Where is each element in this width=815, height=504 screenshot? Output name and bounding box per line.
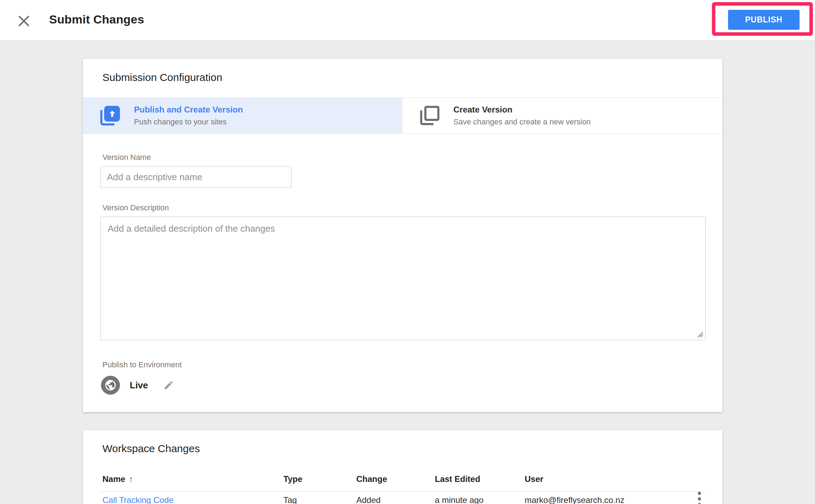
- page-title: Submit Changes: [49, 13, 144, 26]
- submission-configuration-card: Submission Configuration Publish and Cre…: [83, 59, 722, 412]
- option-subtitle: Push changes to your sites: [134, 117, 243, 127]
- textarea-resize-handle-icon[interactable]: [696, 330, 703, 339]
- column-header-last-edited[interactable]: Last Edited: [435, 474, 480, 484]
- column-header-change[interactable]: Change: [356, 474, 387, 484]
- row-name-link[interactable]: Call Tracking Code: [102, 495, 174, 504]
- workspace-changes-card: Workspace Changes Name↑ Type Change Last…: [83, 430, 722, 504]
- version-name-label: Version Name: [102, 153, 151, 162]
- option-title: Publish and Create Version: [134, 105, 243, 115]
- version-name-input[interactable]: [100, 166, 291, 188]
- row-type: Tag: [283, 495, 297, 504]
- publish-button[interactable]: PUBLISH: [728, 10, 800, 30]
- row-last-edited: a minute ago: [435, 495, 484, 504]
- option-title: Create Version: [453, 105, 591, 115]
- row-overflow-menu-icon[interactable]: [692, 492, 706, 504]
- create-version-icon: [420, 106, 439, 125]
- row-change: Added: [356, 495, 380, 504]
- submission-configuration-title: Submission Configuration: [102, 71, 222, 83]
- option-subtitle: Save changes and create a new version: [453, 117, 591, 127]
- close-icon[interactable]: [16, 13, 32, 29]
- publish-to-environment-label: Publish to Environment: [102, 360, 182, 369]
- version-description-label: Version Description: [102, 203, 169, 212]
- sort-ascending-icon: ↑: [129, 474, 133, 484]
- edit-environment-icon[interactable]: [163, 380, 174, 390]
- workspace-changes-title: Workspace Changes: [102, 443, 200, 455]
- option-text: Publish and Create Version Push changes …: [134, 105, 243, 127]
- option-publish-and-create-version[interactable]: Publish and Create Version Push changes …: [83, 98, 402, 134]
- column-label: Name: [102, 474, 125, 484]
- row-user: marko@fireflysearch.co.nz: [525, 495, 624, 504]
- globe-icon: [101, 376, 120, 395]
- environment-name: Live: [130, 380, 148, 391]
- option-create-version[interactable]: Create Version Save changes and create a…: [402, 98, 722, 134]
- column-header-name[interactable]: Name↑: [102, 474, 133, 484]
- version-description-textarea[interactable]: [100, 217, 706, 340]
- column-header-type[interactable]: Type: [283, 474, 302, 484]
- top-app-bar: Submit Changes PUBLISH: [0, 0, 815, 41]
- submission-type-options: Publish and Create Version Push changes …: [83, 97, 722, 134]
- publish-icon: [100, 106, 120, 125]
- environment-row: Live: [101, 376, 174, 395]
- column-header-user[interactable]: User: [525, 474, 543, 484]
- table-header-divider: [100, 491, 705, 492]
- option-text: Create Version Save changes and create a…: [453, 105, 591, 127]
